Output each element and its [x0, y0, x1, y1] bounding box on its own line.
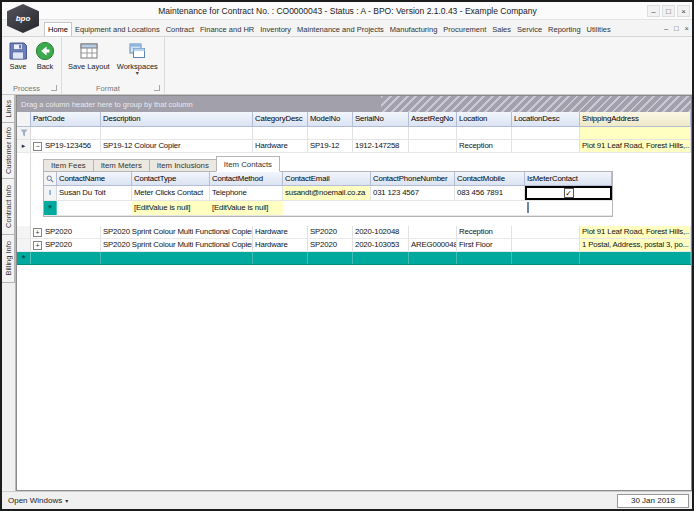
- new-cell-contactmethod[interactable]: [EditValue is null]: [210, 201, 283, 215]
- column-header-serialno[interactable]: SerialNo: [353, 112, 409, 126]
- ribbon-tab-procurement[interactable]: Procurement: [440, 23, 489, 36]
- filter-cell-partcode[interactable]: [31, 127, 101, 139]
- cell-contactemail[interactable]: susandt@noemail.co.za: [283, 186, 371, 200]
- cell-categorydesc[interactable]: Hardware: [253, 140, 308, 152]
- cell-shippingaddress[interactable]: Plot 91 Leaf Road, Forest Hills,...: [580, 140, 691, 152]
- table-row[interactable]: +SP2020 SP2020 Sprint Colour Multi Funct…: [17, 226, 691, 239]
- format-dialog-launcher-icon[interactable]: [154, 85, 160, 91]
- new-cell-location[interactable]: [457, 252, 512, 264]
- child-close-icon[interactable]: ×: [682, 22, 692, 36]
- process-dialog-launcher-icon[interactable]: [51, 85, 57, 91]
- tab-item-fees[interactable]: Item Fees: [43, 159, 93, 172]
- expand-icon[interactable]: +: [33, 228, 42, 237]
- new-cell-partcode[interactable]: [31, 252, 101, 264]
- tab-item-meters[interactable]: Item Meters: [93, 159, 149, 172]
- ribbon-tab-utilities[interactable]: Utilities: [584, 23, 614, 36]
- close-icon[interactable]: ×: [677, 5, 690, 17]
- maximize-icon[interactable]: □: [662, 5, 675, 17]
- cell-partcode[interactable]: +SP2020: [31, 239, 101, 251]
- cell-contactname[interactable]: Susan Du Toit: [57, 186, 132, 200]
- filter-cell-description[interactable]: [101, 127, 253, 139]
- cell-description[interactable]: SP19-12 Colour Copier: [101, 140, 253, 152]
- new-cell-modelno[interactable]: [308, 252, 353, 264]
- cell-ismetercontact[interactable]: ✓: [525, 186, 612, 200]
- ribbon-tab-manufacturing[interactable]: Manufacturing: [387, 23, 441, 36]
- column-header-location[interactable]: Location: [457, 112, 512, 126]
- ribbon-tab-sales[interactable]: Sales: [489, 23, 514, 36]
- sidebar-tab-contract-info[interactable]: Contract Info: [2, 179, 15, 235]
- cell-shippingaddress[interactable]: 1 Postal, Address, postal 3, po...: [580, 239, 691, 251]
- save-button[interactable]: Save: [6, 40, 30, 72]
- filter-cell-categorydesc[interactable]: [253, 127, 308, 139]
- cell-categorydesc[interactable]: Hardware: [253, 226, 308, 238]
- column-header-contactphonenumber[interactable]: ContactPhoneNumber: [371, 172, 455, 185]
- cell-contactmobile[interactable]: 083 456 7891: [455, 186, 525, 200]
- new-cell-shippingaddress[interactable]: [580, 252, 691, 264]
- cell-partcode[interactable]: −SP19-123456: [31, 140, 101, 152]
- sidebar-tab-customer-info[interactable]: Customer Info: [2, 123, 15, 179]
- expand-icon[interactable]: +: [33, 241, 42, 250]
- new-cell-contactmobile[interactable]: [455, 201, 525, 215]
- new-cell-contactemail[interactable]: [283, 201, 371, 215]
- new-cell-serialno[interactable]: [353, 252, 409, 264]
- sidebar-tab-billing-info[interactable]: Billing Info: [2, 235, 15, 283]
- cell-modelno[interactable]: SP19-12: [308, 140, 353, 152]
- save-layout-button[interactable]: Save Layout: [66, 40, 112, 72]
- filter-cell-location[interactable]: [457, 127, 512, 139]
- table-row[interactable]: +SP2020 SP2020 Sprint Colour Multi Funct…: [17, 239, 691, 252]
- filter-cell-assetregno[interactable]: [409, 127, 457, 139]
- new-cell-contactname[interactable]: [57, 201, 132, 215]
- column-header-contactmethod[interactable]: ContactMethod: [210, 172, 283, 185]
- new-cell-contactphonenumber[interactable]: [371, 201, 455, 215]
- table-row[interactable]: I Susan Du Toit Meter Clicks Contact Tel…: [44, 186, 612, 201]
- cell-contacttype[interactable]: Meter Clicks Contact: [132, 186, 210, 200]
- cell-modelno[interactable]: SP2020: [308, 239, 353, 251]
- new-cell-locationdesc[interactable]: [512, 252, 580, 264]
- column-header-contactmobile[interactable]: ContactMobile: [455, 172, 525, 185]
- collapse-icon[interactable]: −: [33, 142, 42, 151]
- column-header-shippingaddress[interactable]: ShippingAddress: [580, 112, 691, 126]
- new-cell-assetregno[interactable]: [409, 252, 457, 264]
- column-header-assetregno[interactable]: AssetRegNo: [409, 112, 457, 126]
- workspaces-button[interactable]: Workspaces ▾: [115, 40, 160, 77]
- open-windows-button[interactable]: Open Windows ▾: [2, 492, 74, 509]
- new-item-row[interactable]: * [EditValue is null] [EditValue is null…: [44, 201, 612, 216]
- filter-cell-modelno[interactable]: [308, 127, 353, 139]
- column-header-categorydesc[interactable]: CategoryDesc: [253, 112, 308, 126]
- cell-serialno[interactable]: 2020-102048: [353, 226, 409, 238]
- ribbon-tab-service[interactable]: Service: [514, 23, 545, 36]
- column-header-contactemail[interactable]: ContactEmail: [283, 172, 371, 185]
- column-header-contactname[interactable]: ContactName: [57, 172, 132, 185]
- ribbon-tab-finance-and-hr[interactable]: Finance and HR: [197, 23, 257, 36]
- tab-item-inclusions[interactable]: Item Inclusions: [149, 159, 216, 172]
- minimize-icon[interactable]: –: [647, 5, 660, 17]
- cell-assetregno[interactable]: AREG000048: [409, 239, 457, 251]
- cell-serialno[interactable]: 1912-147258: [353, 140, 409, 152]
- cell-serialno[interactable]: 2020-103053: [353, 239, 409, 251]
- tab-item-contacts[interactable]: Item Contacts: [216, 156, 280, 172]
- new-cell-ismetercontact[interactable]: [525, 201, 612, 215]
- column-header-modelno[interactable]: ModelNo: [308, 112, 353, 126]
- filter-cell-locationdesc[interactable]: [512, 127, 580, 139]
- cell-categorydesc[interactable]: Hardware: [253, 239, 308, 251]
- filter-cell-serialno[interactable]: [353, 127, 409, 139]
- cell-location[interactable]: First Floor: [457, 239, 512, 251]
- new-cell-contacttype[interactable]: [EditValue is null]: [132, 201, 210, 215]
- column-header-contacttype[interactable]: ContactType: [132, 172, 210, 185]
- cell-locationdesc[interactable]: [512, 239, 580, 251]
- ribbon-tab-home[interactable]: Home: [44, 22, 72, 36]
- sidebar-tab-links[interactable]: Links: [2, 95, 15, 123]
- cell-contactmethod[interactable]: Telephone: [210, 186, 283, 200]
- child-restore-icon[interactable]: □: [671, 22, 682, 36]
- cell-assetregno[interactable]: [409, 140, 457, 152]
- cell-location[interactable]: Reception: [457, 226, 512, 238]
- cell-description[interactable]: SP2020 Sprint Colour Multi Functional Co…: [101, 239, 253, 251]
- cell-locationdesc[interactable]: [512, 226, 580, 238]
- ribbon-tab-inventory[interactable]: Inventory: [257, 23, 294, 36]
- filter-cell-shippingaddress[interactable]: [580, 127, 691, 139]
- column-header-description[interactable]: Description: [101, 112, 253, 126]
- cell-description[interactable]: SP2020 Sprint Colour Multi Functional Co…: [101, 226, 253, 238]
- cell-partcode[interactable]: +SP2020: [31, 226, 101, 238]
- child-minimize-icon[interactable]: –: [661, 22, 671, 36]
- new-cell-categorydesc[interactable]: [253, 252, 308, 264]
